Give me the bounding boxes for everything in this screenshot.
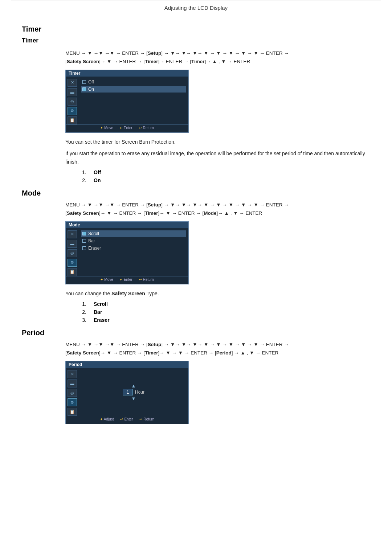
footer-return: ↩ Return: [139, 417, 154, 421]
sidebar-icon-3: ◎: [68, 389, 77, 397]
page-title: Adjusting the LCD Display: [11, 0, 381, 14]
period-section-title: Period: [22, 329, 370, 337]
mode-menu-content: Scroll Bar Eraser: [79, 229, 188, 276]
list-item: 3. Eraser: [80, 317, 370, 323]
mode-option-scroll: Scroll: [81, 230, 186, 237]
period-menu-body: ✕ ▬ ◎ ⚙ 📋 ▲ 1 Hour ▼: [66, 369, 188, 416]
list-num-1: 1.: [80, 169, 86, 175]
sidebar-icon-4: ⚙: [68, 107, 77, 115]
sidebar-icon-1: ✕: [68, 230, 77, 238]
mode-nav-path: MENU → ▼ →▼ →▼ → ENTER → [Setup] → ▼→ ▼→…: [65, 201, 370, 218]
period-down-arrow: ▼: [131, 396, 136, 401]
sidebar-icon-5: 📋: [68, 268, 77, 276]
timer-menu-title: Timer: [66, 70, 188, 77]
sidebar-icon-2: ▬: [68, 379, 77, 387]
timer-subtitle: Timer: [22, 37, 370, 44]
list-val-off: Off: [94, 169, 101, 175]
list-item: 2. On: [80, 177, 370, 183]
mode-menu-title: Mode: [66, 222, 188, 228]
mode-menu-body: ✕ ▬ ◎ ⚙ 📋 Scroll Bar: [66, 229, 188, 276]
footer-move: ✦ Move: [100, 278, 113, 282]
timer-menu-body: ✕ ▬ ◎ ⚙ 📋 Off On: [66, 77, 188, 124]
mode-menu-footer: ✦ Move ↵ Enter ↩ Return: [66, 276, 188, 283]
mode-eraser-radio: [82, 246, 86, 250]
footer-adjust: ✦ Adjust: [100, 417, 114, 421]
period-number: 1: [123, 389, 133, 395]
timer-on-radio: [82, 87, 86, 91]
sidebar-icon-5: 📋: [68, 116, 77, 124]
mode-option-eraser: Eraser: [81, 245, 186, 251]
sidebar-icon-3: ◎: [68, 98, 77, 106]
list-val-bar: Bar: [94, 309, 102, 315]
timer-off-radio: [82, 80, 86, 84]
period-sidebar: ✕ ▬ ◎ ⚙ 📋: [66, 369, 79, 416]
mode-desc1: You can change the Safety Screen Type.: [65, 290, 370, 297]
mode-section-title: Mode: [22, 189, 370, 197]
mode-scroll-label: Scroll: [88, 231, 99, 236]
period-nav-path: MENU → ▼ →▼ →▼ → ENTER → [Setup] → ▼→ ▼→…: [65, 341, 370, 357]
period-menu-footer: ✦ Adjust ↵ Enter ↩ Return: [66, 416, 188, 422]
timer-on-label: On: [88, 87, 94, 92]
list-val-scroll: Scroll: [94, 301, 108, 307]
period-menu-box: Period ✕ ▬ ◎ ⚙ 📋 ▲ 1 Hour: [65, 361, 189, 424]
mode-bar-radio: [82, 239, 86, 243]
list-val-eraser: Eraser: [94, 317, 110, 323]
sidebar-icon-2: ▬: [68, 88, 77, 96]
bottom-border: [11, 444, 381, 444]
period-unit: Hour: [135, 390, 144, 395]
mode-list: 1. Scroll 2. Bar 3. Eraser: [80, 301, 370, 323]
timer-menu-footer: ✦ Move ↵ Enter ↩ Return: [66, 124, 188, 131]
sidebar-icon-1: ✕: [68, 370, 77, 378]
timer-section-title: Timer: [22, 25, 370, 33]
timer-list: 1. Off 2. On: [80, 169, 370, 183]
footer-enter: ↵ Enter: [120, 126, 132, 130]
mode-menu-image: Mode ✕ ▬ ◎ ⚙ 📋 Scroll Bar: [65, 221, 189, 284]
mode-bar-label: Bar: [88, 238, 95, 243]
mode-bold: Safety Screen: [111, 291, 145, 296]
timer-desc2: If you start the operation to erase any …: [65, 149, 370, 166]
sidebar-icon-4: ⚙: [68, 398, 77, 406]
sidebar-icon-5: 📋: [68, 408, 77, 416]
timer-option-off: Off: [81, 79, 186, 85]
mode-scroll-radio: [82, 232, 86, 235]
list-item: 1. Scroll: [80, 301, 370, 307]
sidebar-icon-2: ▬: [68, 240, 77, 248]
list-val-on: On: [94, 177, 101, 183]
period-menu-image: Period ✕ ▬ ◎ ⚙ 📋 ▲ 1 Hour: [65, 361, 189, 424]
list-num-2: 2.: [80, 309, 86, 315]
list-num-1: 1.: [80, 301, 86, 307]
list-num-2: 2.: [80, 177, 86, 183]
footer-move: ✦ Move: [100, 126, 113, 130]
timer-menu-box: Timer ✕ ▬ ◎ ⚙ 📋 Off On: [65, 70, 189, 133]
timer-menu-content: Off On: [79, 77, 188, 124]
list-item: 2. Bar: [80, 309, 370, 315]
sidebar-icon-3: ◎: [68, 249, 77, 257]
timer-off-label: Off: [88, 79, 94, 85]
footer-enter: ↵ Enter: [120, 278, 132, 282]
sidebar-icon-1: ✕: [68, 79, 77, 87]
mode-menu-box: Mode ✕ ▬ ◎ ⚙ 📋 Scroll Bar: [65, 221, 189, 284]
period-value-box: 1 Hour: [123, 389, 144, 395]
list-item: 1. Off: [80, 169, 370, 175]
mode-sidebar: ✕ ▬ ◎ ⚙ 📋: [66, 229, 79, 276]
period-up-arrow: ▲: [131, 383, 136, 388]
timer-nav-path: MENU → ▼ →▼ →▼ → ENTER → [Setup] → ▼→ ▼→…: [65, 49, 370, 66]
period-menu-title: Period: [66, 361, 188, 368]
footer-return: ↩ Return: [139, 278, 154, 282]
timer-menu-image: Timer ✕ ▬ ◎ ⚙ 📋 Off On: [65, 70, 189, 133]
list-num-3: 3.: [80, 317, 86, 323]
period-menu-content: ▲ 1 Hour ▼: [79, 369, 188, 416]
period-control: ▲ 1 Hour ▼: [123, 383, 144, 401]
main-content: Timer Timer MENU → ▼ →▼ →▼ → ENTER → [Se…: [0, 14, 392, 440]
timer-sidebar: ✕ ▬ ◎ ⚙ 📋: [66, 77, 79, 124]
timer-option-on: On: [81, 86, 186, 93]
sidebar-icon-4: ⚙: [68, 259, 77, 267]
mode-eraser-label: Eraser: [88, 246, 101, 251]
timer-desc1: You can set the timer for Screen Burn Pr…: [65, 138, 370, 146]
footer-return: ↩ Return: [139, 126, 154, 130]
mode-option-bar: Bar: [81, 238, 186, 244]
footer-enter: ↵ Enter: [120, 417, 133, 421]
